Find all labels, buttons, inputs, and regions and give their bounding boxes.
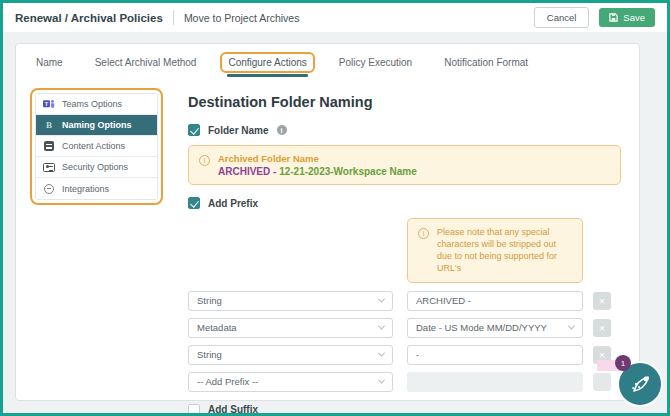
chevron-down-icon [378, 377, 385, 384]
sidebar-item-content-actions[interactable]: Content Actions [36, 136, 157, 157]
chevron-down-icon [378, 323, 385, 330]
add-prefix-checkbox[interactable] [188, 197, 200, 209]
special-characters-note: i Please note that any special character… [407, 218, 583, 283]
prefix-type-select-3[interactable]: String [188, 345, 393, 365]
naming-icon: B [43, 119, 55, 131]
add-prefix-label: Add Prefix [208, 198, 258, 209]
prefix-value-input-3[interactable]: - [407, 345, 583, 365]
add-suffix-checkbox[interactable] [188, 404, 200, 416]
tab-bar: Name Select Archival Method Configure Ac… [16, 44, 639, 76]
preview-metadata-part: 12-21-2023-Workspace Name [279, 166, 417, 177]
chevron-down-icon [378, 296, 385, 303]
prefix-value-input-4-disabled [407, 372, 583, 392]
top-bar: Renewal / Archival Policies Move to Proj… [3, 3, 667, 32]
page-title: Renewal / Archival Policies [15, 12, 163, 24]
cancel-button[interactable]: Cancel [534, 7, 590, 28]
config-sidebar: T Teams Options B Naming Options Content… [35, 93, 158, 200]
sidebar-item-label: Content Actions [62, 141, 125, 151]
sidebar-annotation-outline: T Teams Options B Naming Options Content… [30, 88, 163, 205]
archived-folder-name-preview: i Archived Folder Name ARCHIVED - 12-21-… [188, 145, 621, 185]
prefix-value-input-1[interactable]: ARCHIVED - [407, 291, 583, 311]
tab-select-archival-method[interactable]: Select Archival Method [87, 52, 205, 77]
preview-info-icon: i [199, 155, 210, 166]
prefix-row-1: String ARCHIVED - × [188, 291, 639, 311]
breadcrumb-move-to-project-archives[interactable]: Move to Project Archives [184, 12, 300, 24]
prefix-type-select-2[interactable]: Metadata [188, 318, 393, 338]
security-icon [43, 161, 55, 173]
tab-notification-format[interactable]: Notification Format [436, 52, 536, 77]
comet-icon [627, 371, 653, 397]
prefix-type-select-1[interactable]: String [188, 291, 393, 311]
save-icon [609, 13, 618, 22]
add-prefix-row: Add Prefix [188, 197, 639, 209]
folder-name-info-icon[interactable]: i [277, 125, 287, 135]
folder-name-row: Folder Name i [188, 124, 639, 136]
save-button[interactable]: Save [599, 8, 655, 27]
integrations-icon [43, 183, 55, 195]
sidebar-item-label: Naming Options [62, 120, 132, 130]
sidebar-item-naming-options[interactable]: B Naming Options [36, 115, 157, 136]
prefix-value-select-2[interactable]: Date - US Mode MM/DD/YYYY [407, 318, 583, 338]
remove-prefix-button-4-disabled: × [593, 373, 611, 391]
panel-body: T Teams Options B Naming Options Content… [16, 76, 639, 416]
sidebar-item-integrations[interactable]: Integrations [36, 178, 157, 199]
sidebar-item-label: Integrations [62, 184, 109, 194]
app-window: Renewal / Archival Policies Move to Proj… [0, 0, 670, 416]
tab-policy-execution[interactable]: Policy Execution [331, 52, 420, 77]
title-divider [173, 10, 174, 25]
notification-badge[interactable]: 1 [615, 355, 631, 371]
tab-name[interactable]: Name [28, 52, 71, 77]
content-actions-icon [43, 140, 55, 152]
policy-config-panel: Name Select Archival Method Configure Ac… [15, 43, 640, 401]
add-suffix-label: Add Suffix [208, 404, 258, 415]
note-info-icon: i [418, 228, 429, 239]
remove-prefix-button-2[interactable]: × [593, 319, 611, 337]
add-prefix-select[interactable]: -- Add Prefix -- [188, 372, 393, 392]
main-content: Destination Folder Naming Folder Name i … [163, 76, 639, 416]
chevron-down-icon [378, 350, 385, 357]
chevron-down-icon [568, 323, 575, 330]
note-text: Please note that any special characters … [437, 226, 572, 275]
preview-heading: Archived Folder Name [218, 153, 417, 164]
add-suffix-row: Add Suffix [188, 404, 639, 416]
prefix-row-4: -- Add Prefix -- × [188, 372, 639, 392]
sidebar-item-teams-options[interactable]: T Teams Options [36, 94, 157, 115]
sidebar-item-label: Security Options [62, 162, 128, 172]
section-title: Destination Folder Naming [188, 94, 639, 110]
save-button-label: Save [623, 12, 645, 23]
prefix-row-3: String - × [188, 345, 639, 365]
sidebar-item-label: Teams Options [62, 99, 122, 109]
remove-prefix-button-1[interactable]: × [593, 292, 611, 310]
folder-name-label: Folder Name [208, 125, 269, 136]
tab-configure-actions[interactable]: Configure Actions [220, 52, 314, 77]
sidebar-item-security-options[interactable]: Security Options [36, 157, 157, 178]
prefix-row-2: Metadata Date - US Mode MM/DD/YYYY × [188, 318, 639, 338]
preview-prefix-part: ARCHIVED - [218, 166, 279, 177]
preview-value: ARCHIVED - 12-21-2023-Workspace Name [218, 166, 417, 177]
folder-name-checkbox[interactable] [188, 124, 200, 136]
teams-icon: T [43, 98, 55, 110]
